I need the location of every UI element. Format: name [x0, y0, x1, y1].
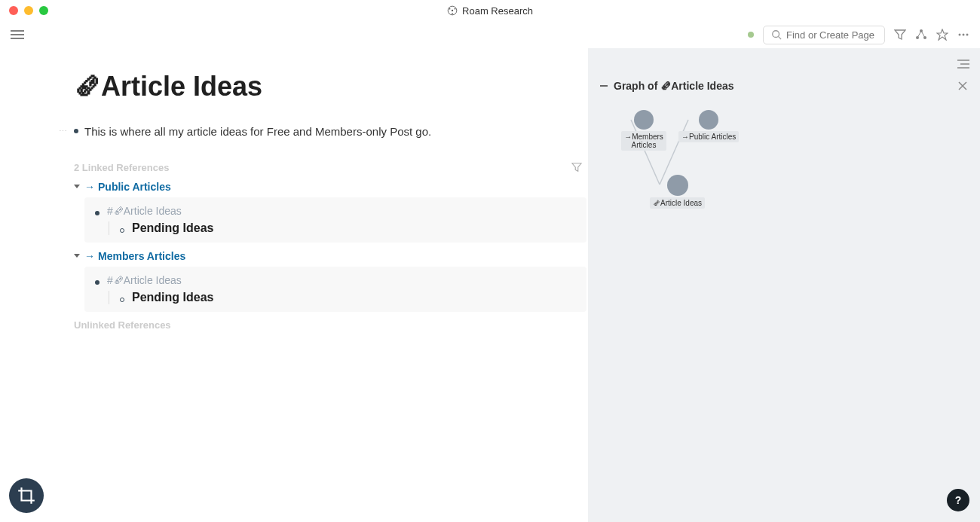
node-circle-icon — [699, 110, 718, 130]
node-label: →Members Articles — [621, 131, 666, 151]
window-titlebar: Roam Research — [0, 0, 980, 21]
sync-status-indicator — [748, 32, 754, 38]
hamburger-icon — [11, 29, 24, 40]
roam-logo-icon — [447, 5, 458, 16]
svg-point-1 — [452, 10, 453, 11]
ref-page-name: Public Articles — [98, 181, 171, 193]
node-circle-icon — [667, 175, 688, 196]
window-title: Roam Research — [447, 5, 533, 17]
block-row[interactable]: ⋯ This is where all my article ideas for… — [74, 124, 586, 141]
hamburger-menu-button[interactable] — [11, 29, 24, 40]
ref-block-line[interactable]: #🗞Article Ideas — [95, 205, 576, 217]
ref-page-link[interactable]: →Public Articles — [74, 181, 586, 193]
more-button[interactable] — [957, 29, 969, 41]
node-label: 🗞Article Ideas — [650, 197, 705, 209]
refs-filter-button[interactable] — [571, 162, 582, 172]
svg-line-14 — [921, 31, 925, 38]
caret-down-icon[interactable] — [74, 254, 80, 258]
screenshot-tool-button[interactable] — [9, 478, 44, 513]
ref-tag[interactable]: #🗞Article Ideas — [107, 274, 182, 286]
window-title-text: Roam Research — [462, 5, 533, 17]
traffic-lights — [9, 6, 48, 15]
caret-down-icon[interactable] — [74, 185, 80, 188]
arrow-prefix: → — [84, 250, 95, 262]
collapse-icon[interactable] — [600, 85, 608, 87]
favorite-button[interactable] — [936, 29, 948, 41]
sidebar-collapse-button[interactable] — [957, 59, 969, 69]
ref-child-text[interactable]: Pending Ideas — [132, 291, 213, 304]
minimize-window-button[interactable] — [24, 6, 33, 15]
svg-line-13 — [917, 31, 921, 38]
ref-block: #🗞Article Ideas Pending Ideas — [84, 197, 586, 243]
search-input[interactable] — [786, 29, 877, 41]
main-layout: 🗞Article Ideas ⋯ This is where all my ar… — [0, 48, 980, 522]
page-title[interactable]: 🗞Article Ideas — [74, 71, 586, 102]
graph-node[interactable]: →Members Articles — [621, 110, 666, 151]
bullet-open-icon[interactable] — [120, 298, 124, 302]
svg-point-3 — [455, 8, 456, 10]
sidebar-title[interactable]: Graph of 🗞Article Ideas — [614, 80, 734, 92]
node-label: →Public Articles — [678, 131, 739, 142]
bullet-open-icon[interactable] — [120, 228, 124, 233]
help-button[interactable]: ? — [947, 489, 969, 511]
close-sidebar-panel-button[interactable] — [957, 81, 968, 91]
arrow-prefix: → — [84, 181, 95, 193]
bullet-icon[interactable] — [95, 280, 100, 285]
svg-point-17 — [966, 34, 969, 36]
close-window-button[interactable] — [9, 6, 18, 15]
svg-point-15 — [959, 34, 961, 36]
sidebar-header: Graph of 🗞Article Ideas — [600, 80, 968, 92]
ref-block: #🗞Article Ideas Pending Ideas — [84, 267, 586, 312]
ref-section: →Public Articles #🗞Article Ideas Pending… — [74, 181, 586, 243]
graph-node[interactable]: 🗞Article Ideas — [650, 175, 705, 209]
ref-block-line[interactable]: #🗞Article Ideas — [95, 274, 576, 286]
unlinked-references-toggle[interactable]: Unlinked References — [74, 319, 586, 331]
svg-line-9 — [779, 37, 782, 40]
ref-section: →Members Articles #🗞Article Ideas Pendin… — [74, 250, 586, 312]
crop-icon — [17, 486, 36, 505]
linked-refs-title[interactable]: 2 Linked References — [74, 162, 169, 173]
ref-block-line[interactable]: Pending Ideas — [120, 221, 576, 235]
ref-tag[interactable]: #🗞Article Ideas — [107, 205, 182, 217]
block-text[interactable]: This is where all my article ideas for F… — [84, 124, 431, 141]
bullet-icon[interactable] — [95, 211, 100, 215]
ref-block-line[interactable]: Pending Ideas — [120, 291, 576, 304]
ref-page-link[interactable]: →Members Articles — [74, 250, 586, 262]
graph-button[interactable] — [915, 29, 927, 41]
graph-node[interactable]: →Public Articles — [678, 110, 739, 142]
graph-canvas[interactable]: →Members Articles →Public Articles 🗞Arti… — [600, 102, 968, 253]
content-area: 🗞Article Ideas ⋯ This is where all my ar… — [0, 48, 588, 522]
svg-point-8 — [773, 31, 779, 38]
ref-child-text[interactable]: Pending Ideas — [132, 221, 213, 235]
svg-point-2 — [449, 8, 451, 10]
topbar — [0, 21, 980, 48]
block-controls-icon[interactable]: ⋯ — [59, 127, 67, 136]
search-box[interactable] — [763, 26, 885, 44]
svg-point-16 — [963, 34, 965, 36]
maximize-window-button[interactable] — [39, 6, 48, 15]
filter-button[interactable] — [894, 29, 906, 41]
linked-references: 2 Linked References →Public Articles #🗞A… — [74, 162, 586, 331]
right-sidebar: Graph of 🗞Article Ideas →Members Article… — [588, 48, 980, 522]
ref-page-name: Members Articles — [98, 250, 185, 262]
bullet-icon[interactable] — [74, 129, 78, 133]
node-circle-icon — [634, 110, 654, 130]
search-icon — [771, 29, 782, 40]
svg-point-4 — [452, 13, 453, 14]
